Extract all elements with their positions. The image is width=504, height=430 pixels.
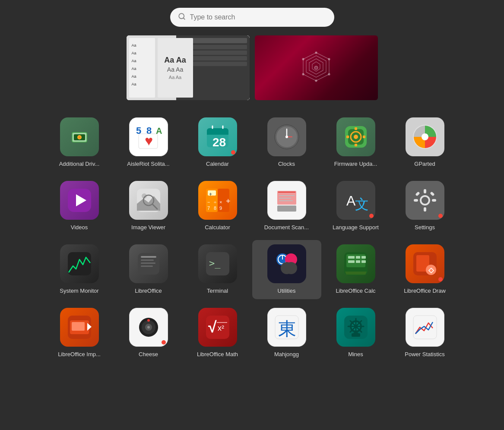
svg-rect-82 xyxy=(141,262,155,264)
svg-rect-98 xyxy=(356,260,360,263)
app-icon-mahjongg: 東 xyxy=(267,308,306,347)
svg-text:♥: ♥ xyxy=(145,133,153,149)
app-label-system-monitor: System Monitor xyxy=(60,288,98,295)
wallpaper-thumb-fonts[interactable]: AaAaAaAaAaAa Aa Aa Aa Aa Aa Aa xyxy=(127,35,250,100)
app-item-videos[interactable]: Videos xyxy=(45,177,114,236)
svg-line-1 xyxy=(183,18,184,19)
svg-rect-81 xyxy=(141,259,154,261)
app-row-1: Videos Image Viewer + − ÷ 7 8 9 × + Calc… xyxy=(13,177,491,236)
svg-rect-72 xyxy=(424,189,426,193)
app-icon-settings xyxy=(406,181,444,220)
app-item-calculator[interactable]: + − ÷ 7 8 9 × + Calculator xyxy=(183,177,252,236)
app-row-0: Additional Driv... 5 8 A ♥ AisleRiot Sol… xyxy=(13,113,491,172)
app-item-draw[interactable]: ◇ LibreOffice Draw xyxy=(390,240,460,299)
app-row-3: LibreOffice Imp... Cheese √ x² LibreOffi… xyxy=(13,304,491,363)
app-item-calc[interactable]: LibreOffice Calc xyxy=(321,240,390,299)
svg-text:9: 9 xyxy=(219,206,222,211)
app-label-math: LibreOffice Math xyxy=(197,351,238,358)
svg-text:28: 28 xyxy=(212,136,226,149)
svg-text:÷: ÷ xyxy=(214,199,216,205)
app-label-power-stats: Power Statistics xyxy=(405,351,444,358)
app-item-cheese[interactable]: Cheese xyxy=(114,304,183,363)
svg-rect-40 xyxy=(363,136,365,138)
app-item-math[interactable]: √ x² LibreOffice Math xyxy=(183,304,252,363)
app-label-calendar: Calendar xyxy=(206,161,229,168)
app-icon-terminal: >_ xyxy=(198,244,237,283)
app-item-mahjongg[interactable]: 東 Mahjongg xyxy=(252,304,321,363)
notification-dot-draw xyxy=(438,277,443,281)
app-item-calendar[interactable]: 28 Calendar xyxy=(183,113,252,172)
app-label-calc: LibreOffice Calc xyxy=(336,288,375,295)
app-icon-doc-scan xyxy=(267,181,306,220)
app-item-firmware[interactable]: Firmware Upda... xyxy=(321,113,390,172)
svg-rect-64 xyxy=(279,198,291,199)
app-label-draw: LibreOffice Draw xyxy=(404,288,446,295)
app-item-utilities[interactable]: Utilities xyxy=(252,240,321,299)
app-item-system-monitor[interactable]: System Monitor xyxy=(45,240,114,299)
app-label-libreoffice: LibreOffice xyxy=(135,288,162,295)
svg-rect-97 xyxy=(348,260,355,263)
app-icon-cheese xyxy=(129,308,168,347)
svg-rect-63 xyxy=(279,195,295,196)
app-label-impress: LibreOffice Imp... xyxy=(58,351,101,358)
wallpaper-thumb-ubuntu[interactable] xyxy=(255,35,378,100)
app-icon-aisleriot: 5 8 A ♥ xyxy=(129,117,168,156)
app-item-doc-scan[interactable]: Document Scan... xyxy=(252,177,321,236)
app-item-libreoffice[interactable]: LibreOffice xyxy=(114,240,183,299)
app-icon-additional-drivers xyxy=(60,117,99,156)
svg-point-16 xyxy=(79,136,80,138)
svg-text:+: + xyxy=(209,191,212,197)
svg-rect-39 xyxy=(346,136,349,138)
app-label-doc-scan: Document Scan... xyxy=(264,224,309,231)
svg-point-113 xyxy=(147,319,150,322)
app-item-mines[interactable]: Mines xyxy=(321,304,390,363)
svg-point-11 xyxy=(302,73,304,75)
app-item-image-viewer[interactable]: Image Viewer xyxy=(114,177,183,236)
svg-rect-96 xyxy=(361,256,366,259)
app-icon-calc xyxy=(336,244,375,283)
app-label-calculator: Calculator xyxy=(205,224,230,231)
app-item-lang-support[interactable]: A 文 Language Support xyxy=(321,177,390,236)
svg-rect-106 xyxy=(72,322,85,331)
app-icon-power-stats xyxy=(406,308,444,347)
app-icon-firmware xyxy=(336,117,375,156)
app-item-additional-drivers[interactable]: Additional Driv... xyxy=(45,113,114,172)
app-item-impress[interactable]: LibreOffice Imp... xyxy=(45,304,114,363)
svg-point-128 xyxy=(354,325,358,328)
svg-point-36 xyxy=(354,135,358,139)
svg-point-32 xyxy=(285,136,288,138)
svg-point-42 xyxy=(422,133,428,140)
app-item-clocks[interactable]: Clocks xyxy=(252,113,321,172)
app-label-cheese: Cheese xyxy=(139,351,158,358)
svg-rect-65 xyxy=(279,200,293,201)
svg-rect-83 xyxy=(141,266,153,267)
app-label-terminal: Terminal xyxy=(207,288,228,295)
notification-dot-cheese xyxy=(162,340,166,345)
svg-text:−: − xyxy=(207,199,210,205)
svg-rect-73 xyxy=(424,207,426,212)
app-grid: Additional Driv... 5 8 A ♥ AisleRiot Sol… xyxy=(0,113,504,363)
svg-rect-95 xyxy=(356,256,360,259)
svg-point-91 xyxy=(285,262,297,274)
app-item-terminal[interactable]: >_ Terminal xyxy=(183,240,252,299)
svg-rect-38 xyxy=(355,144,357,146)
app-item-power-stats[interactable]: Power Statistics xyxy=(390,304,460,363)
app-label-lang-support: Language Support xyxy=(333,224,379,231)
svg-rect-74 xyxy=(414,199,418,202)
svg-rect-24 xyxy=(207,132,228,135)
search-bar[interactable] xyxy=(170,8,334,27)
svg-point-112 xyxy=(147,326,150,329)
svg-text:+: + xyxy=(226,197,231,206)
svg-point-9 xyxy=(328,73,330,75)
app-label-clocks: Clocks xyxy=(278,161,295,168)
search-input[interactable] xyxy=(190,13,326,21)
app-item-gparted[interactable]: GParted xyxy=(390,113,460,172)
app-icon-lang-support: A 文 xyxy=(336,181,375,220)
svg-text:×: × xyxy=(219,199,222,205)
app-icon-math: √ x² xyxy=(198,308,237,347)
app-label-aisleriot: AisleRiot Solita... xyxy=(127,161,169,168)
app-label-settings: Settings xyxy=(415,224,435,231)
app-item-settings[interactable]: Settings xyxy=(390,177,460,236)
app-item-aisleriot[interactable]: 5 8 A ♥ AisleRiot Solita... xyxy=(114,113,183,172)
app-icon-draw: ◇ xyxy=(406,244,444,283)
